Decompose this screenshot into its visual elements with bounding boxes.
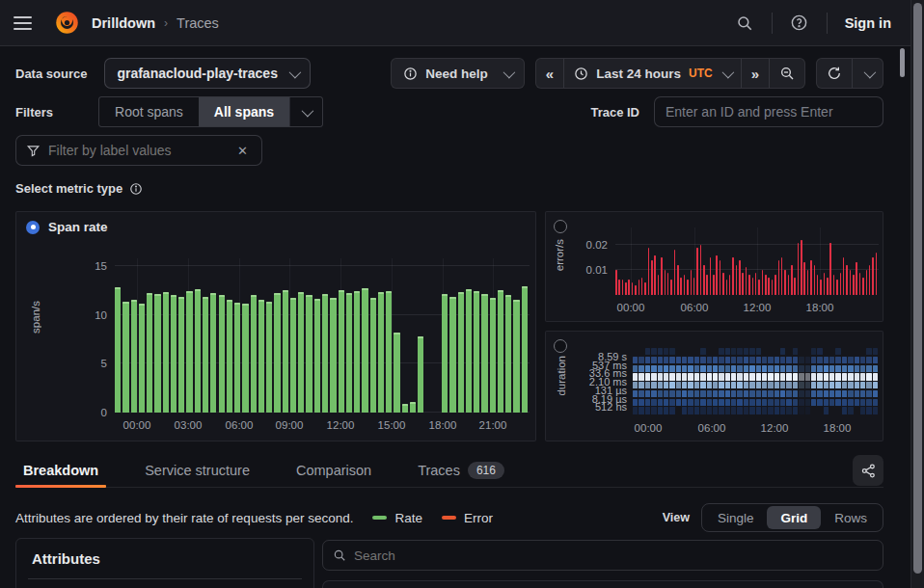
duration-panel[interactable]: duration 8.59 s537 ms33.6 ms2.10 ms131 µ… [545,331,883,441]
scrollbar-track [910,0,924,588]
span-rate-chart: 05101500:0003:0006:0009:0012:0015:0018:0… [115,258,530,413]
time-picker-group: « Last 24 hours UTC » [535,58,805,89]
error-legend-dash [442,516,456,520]
share-button[interactable] [853,455,883,486]
clock-icon [574,67,588,81]
attribute-search-field[interactable] [322,540,883,571]
label-filter-input[interactable] [48,143,233,158]
legend-rate: Rate [372,511,422,525]
top-nav: Drilldown › Traces Sign in [0,0,910,46]
share-icon [860,463,877,479]
search-icon[interactable] [729,8,760,39]
rate-legend-dash [372,516,387,520]
attribute-search-input[interactable] [354,548,873,563]
refresh-icon[interactable] [817,59,852,88]
filters-label: Filters [15,105,53,120]
span-rate-panel[interactable]: Span rate span/s 05101500:0003:0006:0009… [15,211,536,441]
span-scope-dropdown[interactable] [289,97,322,126]
duration-radio[interactable] [554,339,567,353]
time-range-back-button[interactable]: « [536,59,563,88]
select-metric-type-label: Select metric type [15,181,122,196]
ordering-note: Attributes are ordered by their rate of … [15,511,353,525]
tab-traces[interactable]: Traces 616 [410,453,512,487]
tab-breakdown[interactable]: Breakdown [15,453,106,487]
attribute-result-panel [322,580,883,588]
attributes-title: Attributes [32,550,100,567]
error-rate-radio[interactable] [554,220,567,233]
tab-service-structure[interactable]: Service structure [137,453,258,487]
label-filter-field[interactable]: ✕ [15,135,262,166]
grafana-logo-icon[interactable] [54,10,80,36]
chevron-down-icon [503,66,515,78]
breadcrumb-chevron-icon: › [164,16,168,30]
clear-filter-icon[interactable]: ✕ [233,142,252,160]
duration-heatmap: 8.59 s537 ms33.6 ms2.10 ms131 µs8.19 µs5… [633,348,879,415]
root-spans-option[interactable]: Root spans [99,97,199,126]
sign-in-button[interactable]: Sign in [839,15,897,31]
need-help-button[interactable]: Need help [391,58,525,89]
inner-scrollbar-thumb[interactable] [900,48,905,77]
search-icon [333,548,346,562]
refresh-interval-dropdown[interactable] [852,59,883,88]
breadcrumb-traces: Traces [177,15,219,31]
tab-comparison[interactable]: Comparison [288,453,379,487]
span-rate-title: Span rate [48,220,108,234]
view-grid-option[interactable]: Grid [767,506,821,529]
nav-divider [772,13,773,34]
attributes-divider [28,578,302,579]
traces-count-badge: 616 [468,462,504,479]
traces-drilldown-page: Drilldown › Traces Sign in Data source g… [0,0,924,588]
attributes-panel: Attributes [15,538,314,588]
error-rate-y-axis-label: error/s [554,239,565,271]
help-icon[interactable] [784,8,815,39]
chevron-down-icon [289,66,302,78]
nav-divider [827,13,828,34]
view-rows-option[interactable]: Rows [821,506,881,529]
data-source-select[interactable]: grafanacloud-play-traces [104,58,311,89]
scrollbar-thumb[interactable] [913,3,922,574]
filter-funnel-icon [26,144,41,158]
zoom-out-icon[interactable] [769,59,804,88]
refresh-group [816,58,883,89]
timezone-label: UTC [689,67,713,80]
all-spans-option[interactable]: All spans [199,97,289,126]
menu-icon[interactable] [14,9,42,38]
info-circle-icon[interactable] [129,182,143,196]
duration-y-axis-label: duration [556,356,567,396]
span-rate-radio[interactable] [26,221,40,234]
trace-id-label: Trace ID [590,105,639,120]
breadcrumb-drilldown[interactable]: Drilldown [92,15,155,31]
chevron-down-icon [721,66,734,78]
time-range-forward-button[interactable]: » [741,59,769,88]
view-toggle: Single Grid Rows [701,503,883,532]
legend-error: Error [442,511,493,525]
trace-id-input[interactable] [654,96,883,127]
view-single-option[interactable]: Single [704,506,768,529]
view-label: View [663,511,690,524]
error-rate-chart: 0.010.0200:0006:0012:0018:00 [615,227,879,295]
span-rate-y-axis-label: span/s [30,301,41,334]
span-scope-toggle: Root spans All spans [98,96,323,127]
tab-bar: Breakdown Service structure Comparison T… [15,453,883,488]
info-circle-icon [403,67,418,81]
time-range-button[interactable]: Last 24 hours UTC [563,59,740,88]
error-rate-panel[interactable]: error/s 0.010.0200:0006:0012:0018:00 [545,211,883,322]
data-source-label: Data source [15,67,87,81]
